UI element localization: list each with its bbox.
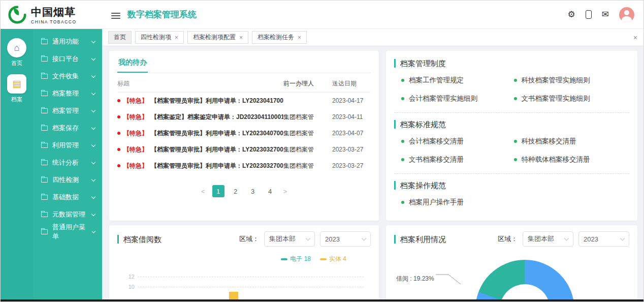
todo-title: 【档案管理员审批】利用申请单：LY202304170001 bbox=[151, 97, 283, 105]
table-row[interactable]: 【特急】【档案管理员审批】利用申请单：LY202304070003 集团档案管 … bbox=[117, 125, 371, 141]
todo-title: 【档案管理员审批】利用申请单：LY202303270006 bbox=[151, 162, 283, 170]
sidebar-item-base-data[interactable]: 基础数据 bbox=[33, 189, 102, 206]
tab-check-task[interactable]: 档案检测任务× bbox=[252, 31, 307, 44]
sidebar-item-label: 档案保存 bbox=[52, 124, 79, 133]
tab-four-check-items[interactable]: 四性检测项× bbox=[135, 31, 184, 44]
folder-icon bbox=[41, 39, 48, 44]
sidebar-collapse-icon[interactable] bbox=[111, 11, 120, 18]
folder-icon bbox=[41, 160, 48, 165]
doc-link[interactable]: 特种载体档案移交清册 bbox=[514, 155, 627, 164]
china-tobacco-logo-icon bbox=[8, 5, 27, 24]
usage-chart-filters: 区域： 集团本部 2023 bbox=[498, 231, 629, 247]
doc-link[interactable]: 文书档案移交清册 bbox=[401, 155, 514, 164]
doc-link[interactable]: 科技档案移交清册 bbox=[514, 137, 627, 146]
folder-icon bbox=[41, 212, 48, 217]
tab-home[interactable]: 首页 bbox=[108, 31, 132, 44]
year-value: 2023 bbox=[325, 235, 340, 243]
donut-callout: 借阅 : 19.23% bbox=[396, 272, 464, 285]
sidebar-item-general[interactable]: 通用功能 bbox=[33, 33, 102, 50]
chevron-down-icon bbox=[91, 73, 95, 77]
top-bar-main: 数字档案管理系统 ⚙ ✉ bbox=[102, 1, 643, 28]
sidebar-item-user-menu[interactable]: 普通用户菜单 bbox=[33, 223, 102, 240]
quick-nav-home[interactable]: ⌂ 首页 bbox=[7, 38, 26, 67]
sidebar-item-collect[interactable]: 文件收集 bbox=[33, 68, 102, 85]
quick-nav-archive[interactable]: ▤ 档案 bbox=[7, 74, 26, 103]
folder-icon bbox=[41, 126, 48, 131]
section-title-operations: 档案操作规范 bbox=[394, 181, 629, 190]
page-3[interactable]: 3 bbox=[247, 185, 259, 197]
table-row[interactable]: 【特急】【档案鉴定】档案鉴定申请单：JD202304110001 集团档案管 2… bbox=[117, 109, 371, 125]
doc-label: 科技档案移交清册 bbox=[522, 137, 576, 146]
pagination: < 1 2 3 4 > bbox=[117, 185, 371, 197]
donut-ring[interactable] bbox=[475, 260, 574, 302]
envelope-icon[interactable]: ✉ bbox=[602, 10, 609, 19]
table-row[interactable]: 【特急】【档案管理员审批】利用申请单：LY202304170001 2023-0… bbox=[117, 93, 371, 109]
chevron-down-icon bbox=[91, 125, 95, 129]
legend-physical[interactable]: 实体 4 bbox=[320, 255, 346, 263]
legend-label: 实体 4 bbox=[329, 255, 346, 263]
sidebar-item-utilize[interactable]: 利用管理 bbox=[33, 137, 102, 154]
bullet-icon bbox=[401, 79, 404, 82]
sidebar-item-metadata[interactable]: 元数据管理 bbox=[33, 206, 102, 223]
tab-close-icon[interactable]: × bbox=[298, 35, 301, 41]
donut-callout-label: 借阅 : 19.23% bbox=[396, 275, 434, 283]
tab-bar: 首页 四性检测项× 档案检测项配置× 档案检测任务× × bbox=[102, 29, 643, 46]
gear-icon[interactable]: ⚙ bbox=[568, 10, 575, 19]
sidebar-item-organize[interactable]: 档案整理 bbox=[33, 85, 102, 102]
urgent-dot-icon bbox=[117, 115, 120, 118]
tab-close-icon[interactable]: × bbox=[175, 35, 178, 41]
sidebar-item-interface[interactable]: 接口平台 bbox=[33, 50, 102, 68]
next-page-icon[interactable]: > bbox=[281, 188, 289, 195]
sidebar-item-four-checks[interactable]: 四性检测 bbox=[33, 171, 102, 189]
folder-icon bbox=[41, 108, 48, 113]
chevron-down-icon bbox=[91, 177, 95, 181]
chevron-down-icon bbox=[91, 108, 95, 112]
close-all-tabs-icon[interactable]: × bbox=[633, 34, 637, 42]
page-4[interactable]: 4 bbox=[264, 185, 276, 197]
page-1[interactable]: 1 bbox=[212, 185, 224, 197]
sidebar-item-stats[interactable]: 统计分析 bbox=[33, 154, 102, 171]
borrow-chart-filters: 区域： 集团本部 2023 bbox=[239, 231, 371, 247]
sidebar-item-manage[interactable]: 档案管理 bbox=[33, 102, 102, 119]
doc-link[interactable]: 文书档案管理实施细则 bbox=[514, 94, 627, 103]
sidebar-item-label: 四性检测 bbox=[52, 175, 79, 185]
year-select[interactable]: 2023 bbox=[320, 231, 371, 247]
sidebar-menu: 通用功能 接口平台 文件收集 档案整理 档案管理 档案保存 利用管理 统计分析 … bbox=[33, 29, 102, 302]
region-select[interactable]: 集团本部 bbox=[523, 231, 573, 247]
tablet-icon[interactable] bbox=[586, 10, 592, 19]
doc-link[interactable]: 档案工作管理规定 bbox=[401, 76, 514, 85]
doc-grid: 会计档案移交清册 科技档案移交清册 文书档案移交清册 特种载体档案移交清册 bbox=[394, 137, 629, 166]
year-select[interactable]: 2023 bbox=[578, 231, 629, 247]
y-tick: 12 bbox=[123, 274, 135, 280]
bullet-icon bbox=[401, 201, 404, 204]
bullet-icon bbox=[514, 79, 517, 82]
user-avatar[interactable] bbox=[619, 7, 634, 22]
logo-title: 中国烟草 bbox=[31, 5, 77, 19]
prev-page-icon[interactable]: < bbox=[199, 188, 207, 195]
logo-text: 中国烟草 CHINA TOBACCO bbox=[31, 5, 77, 24]
doc-link[interactable]: 会计档案移交清册 bbox=[401, 137, 514, 146]
legend-electronic[interactable]: 电子 18 bbox=[281, 255, 311, 263]
doc-link[interactable]: 会计档案管理实施细则 bbox=[401, 94, 514, 103]
doc-label: 科技档案管理实施细则 bbox=[522, 76, 590, 85]
tab-close-icon[interactable]: × bbox=[239, 35, 243, 41]
urgent-tag: 【特急】 bbox=[123, 113, 148, 122]
doc-label: 文书档案移交清册 bbox=[409, 155, 464, 164]
tab-check-config[interactable]: 档案检测项配置× bbox=[187, 31, 248, 44]
chevron-down-icon bbox=[362, 236, 367, 241]
todo-title: 【档案管理员审批】利用申请单：LY202303270007 bbox=[151, 145, 283, 154]
todo-handler: 集团档案管 bbox=[283, 162, 332, 170]
folder-icon bbox=[41, 56, 48, 62]
doc-link[interactable]: 档案用户操作手册 bbox=[401, 198, 514, 207]
region-select[interactable]: 集团本部 bbox=[264, 231, 315, 247]
table-row[interactable]: 【特急】【档案管理员审批】利用申请单：LY202303270006 集团档案管 … bbox=[117, 158, 371, 174]
page-2[interactable]: 2 bbox=[230, 185, 242, 197]
sidebar-item-preserve[interactable]: 档案保存 bbox=[33, 119, 102, 137]
tab-my-todo[interactable]: 我的待办 bbox=[117, 57, 148, 73]
tab-label: 档案检测项配置 bbox=[193, 33, 236, 42]
doc-link[interactable]: 科技档案管理实施细则 bbox=[514, 76, 627, 85]
chevron-down-icon bbox=[91, 212, 95, 216]
app-title: 数字档案管理系统 bbox=[127, 9, 197, 20]
sidebar-item-label: 档案管理 bbox=[52, 106, 79, 115]
table-row[interactable]: 【特急】【档案管理员审批】利用申请单：LY202303270007 集团档案管 … bbox=[117, 141, 371, 158]
